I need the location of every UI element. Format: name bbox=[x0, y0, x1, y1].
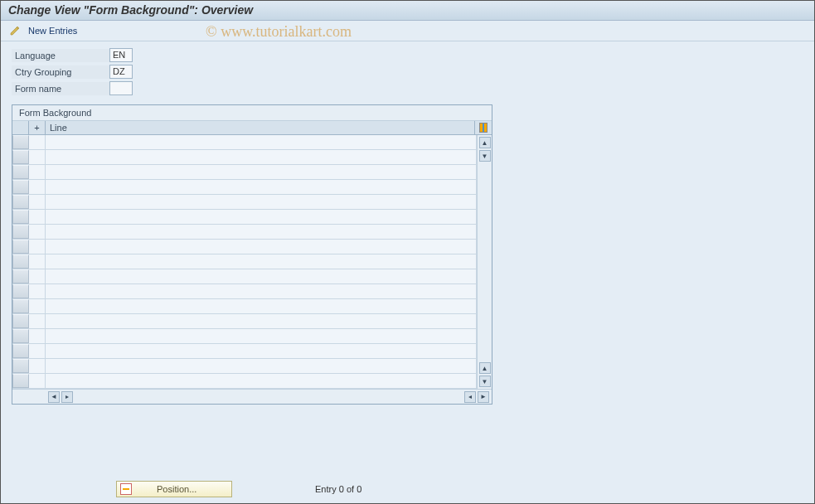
grid-header: + Line bbox=[12, 121, 492, 135]
position-label: Position... bbox=[157, 484, 196, 494]
table-row[interactable] bbox=[12, 374, 477, 389]
table-row[interactable] bbox=[12, 150, 477, 165]
table-row[interactable] bbox=[12, 254, 477, 269]
grid-header-line[interactable]: Line bbox=[46, 121, 475, 134]
field-value-language[interactable]: EN bbox=[109, 48, 133, 62]
cell-plus[interactable] bbox=[29, 374, 46, 388]
row-selector[interactable] bbox=[12, 344, 29, 358]
cell-plus[interactable] bbox=[29, 195, 46, 209]
grid-title: Form Background bbox=[12, 105, 492, 121]
horizontal-scrollbar[interactable]: ◄ ▸ ◂ ► bbox=[12, 389, 492, 404]
vertical-scrollbar[interactable]: ▲ ▼ ▲ ▼ bbox=[477, 135, 492, 389]
row-selector[interactable] bbox=[12, 195, 29, 209]
scroll-left-icon[interactable]: ▸ bbox=[61, 391, 73, 403]
row-selector[interactable] bbox=[12, 150, 29, 164]
table-row[interactable] bbox=[12, 299, 477, 314]
table-row[interactable] bbox=[12, 195, 477, 210]
cell-line[interactable] bbox=[46, 329, 477, 343]
row-selector[interactable] bbox=[12, 269, 29, 284]
cell-plus[interactable] bbox=[29, 314, 46, 328]
row-selector[interactable] bbox=[12, 374, 29, 388]
table-row[interactable] bbox=[12, 210, 477, 225]
cell-plus[interactable] bbox=[29, 210, 46, 224]
table-row[interactable] bbox=[12, 314, 477, 329]
cell-line[interactable] bbox=[46, 195, 477, 209]
cell-line[interactable] bbox=[46, 269, 477, 284]
position-button[interactable]: Position... bbox=[116, 481, 232, 497]
field-value-ctry-grouping[interactable]: DZ bbox=[109, 65, 133, 79]
cell-plus[interactable] bbox=[29, 329, 46, 343]
row-selector[interactable] bbox=[12, 329, 29, 343]
cell-line[interactable] bbox=[46, 210, 477, 224]
title-bar: Change View "Form Background": Overview bbox=[0, 0, 815, 21]
row-selector[interactable] bbox=[12, 210, 29, 224]
cell-line[interactable] bbox=[46, 150, 477, 164]
cell-line[interactable] bbox=[46, 180, 477, 194]
field-value-form-name[interactable] bbox=[109, 81, 133, 95]
grid-header-select[interactable] bbox=[12, 121, 29, 134]
cell-line[interactable] bbox=[46, 374, 477, 388]
cell-plus[interactable] bbox=[29, 344, 46, 358]
cell-plus[interactable] bbox=[29, 284, 46, 298]
table-row[interactable] bbox=[12, 284, 477, 299]
row-selector[interactable] bbox=[12, 240, 29, 254]
cell-line[interactable] bbox=[46, 165, 477, 179]
row-selector[interactable] bbox=[12, 284, 29, 298]
scroll-left-first-icon[interactable]: ◄ bbox=[48, 391, 60, 403]
table-row[interactable] bbox=[12, 359, 477, 374]
cell-plus[interactable] bbox=[29, 165, 46, 179]
cell-plus[interactable] bbox=[29, 299, 46, 313]
cell-plus[interactable] bbox=[29, 180, 46, 194]
cell-line[interactable] bbox=[46, 314, 477, 328]
cell-line[interactable] bbox=[46, 240, 477, 254]
cell-line[interactable] bbox=[46, 254, 477, 269]
row-selector[interactable] bbox=[12, 180, 29, 194]
cell-line[interactable] bbox=[46, 284, 477, 298]
scroll-down-step-icon[interactable]: ▼ bbox=[479, 150, 491, 162]
field-label-ctry-grouping: Ctry Grouping bbox=[12, 65, 109, 79]
page-title: Change View "Form Background": Overview bbox=[8, 3, 807, 17]
new-entries-button[interactable]: New Entries bbox=[28, 26, 77, 36]
cell-plus[interactable] bbox=[29, 225, 46, 239]
row-selector[interactable] bbox=[12, 135, 29, 149]
grid-header-config[interactable] bbox=[475, 121, 492, 134]
footer: Position... Entry 0 of 0 bbox=[0, 481, 815, 497]
row-selector[interactable] bbox=[12, 165, 29, 179]
table-row[interactable] bbox=[12, 135, 477, 150]
cell-line[interactable] bbox=[46, 225, 477, 239]
row-selector[interactable] bbox=[12, 254, 29, 269]
fields-area: Language EN Ctry Grouping DZ Form name bbox=[0, 41, 815, 99]
cell-plus[interactable] bbox=[29, 240, 46, 254]
cell-line[interactable] bbox=[46, 299, 477, 313]
cell-plus[interactable] bbox=[29, 135, 46, 149]
cell-line[interactable] bbox=[46, 135, 477, 149]
row-selector[interactable] bbox=[12, 359, 29, 373]
table-row[interactable] bbox=[12, 180, 477, 195]
row-selector[interactable] bbox=[12, 314, 29, 328]
scroll-right-icon[interactable]: ◂ bbox=[464, 391, 476, 403]
cell-plus[interactable] bbox=[29, 269, 46, 284]
table-row[interactable] bbox=[12, 240, 477, 254]
cell-line[interactable] bbox=[46, 359, 477, 373]
row-selector[interactable] bbox=[12, 299, 29, 313]
table-row[interactable] bbox=[12, 329, 477, 344]
entry-count-text: Entry 0 of 0 bbox=[315, 484, 361, 494]
row-selector[interactable] bbox=[12, 225, 29, 239]
scroll-up-step-icon[interactable]: ▲ bbox=[479, 362, 491, 374]
grid-header-plus[interactable]: + bbox=[29, 121, 46, 134]
cell-plus[interactable] bbox=[29, 254, 46, 269]
table-row[interactable] bbox=[12, 344, 477, 359]
cell-plus[interactable] bbox=[29, 150, 46, 164]
scroll-down-icon[interactable]: ▼ bbox=[479, 376, 491, 387]
pencil-icon[interactable] bbox=[8, 24, 22, 37]
table-row[interactable] bbox=[12, 269, 477, 284]
scroll-up-icon[interactable]: ▲ bbox=[479, 137, 491, 148]
cell-line[interactable] bbox=[46, 344, 477, 358]
toolbar: New Entries bbox=[0, 21, 815, 41]
field-language: Language EN bbox=[12, 48, 803, 62]
cell-plus[interactable] bbox=[29, 359, 46, 373]
table-row[interactable] bbox=[12, 225, 477, 240]
table-row[interactable] bbox=[12, 165, 477, 180]
grid-body: ▲ ▼ ▲ ▼ bbox=[12, 135, 492, 389]
scroll-right-last-icon[interactable]: ► bbox=[478, 391, 489, 403]
